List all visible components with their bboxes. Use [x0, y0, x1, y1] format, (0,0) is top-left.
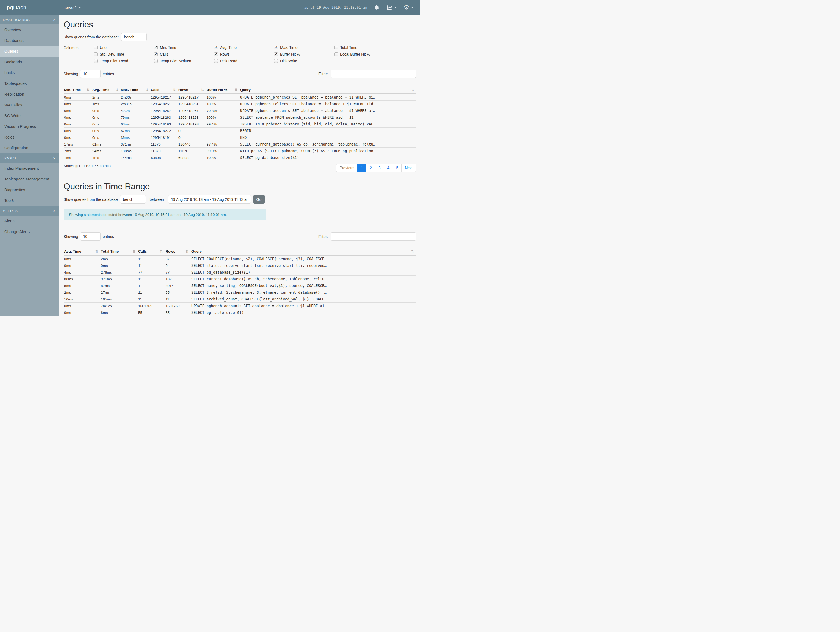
- checkbox-max-time[interactable]: Max. Time: [274, 45, 334, 50]
- notifications-button[interactable]: [374, 5, 380, 10]
- sort-icon[interactable]: ⇅: [234, 88, 237, 92]
- column-header-query[interactable]: Query⇅: [240, 86, 416, 94]
- column-header-calls[interactable]: Calls⇅: [137, 248, 165, 256]
- query-cell[interactable]: SELECT COALESCE(datname, $2), COALESCE(u…: [191, 255, 416, 262]
- sidebar-item-bg-writer[interactable]: BG Writer: [0, 110, 59, 121]
- sidebar-item-roles[interactable]: Roles: [0, 132, 59, 143]
- column-header-avg-time[interactable]: Avg. Time⇅: [92, 86, 120, 94]
- query-cell[interactable]: UPDATE pgbench_accounts SET abalance = a…: [191, 303, 416, 309]
- sidebar-item-index-management[interactable]: Index Management: [0, 163, 59, 174]
- query-cell[interactable]: SELECT pg_table_size($1): [191, 309, 416, 316]
- column-header-buffer-hit[interactable]: Buffer Hit %⇅: [206, 86, 240, 94]
- sidebar-section-dashboards[interactable]: DASHBOARDS›: [0, 15, 59, 24]
- column-header-max-time[interactable]: Max. Time⇅: [120, 86, 150, 94]
- sidebar-item-diagnostics[interactable]: Diagnostics: [0, 184, 59, 195]
- database-input-2[interactable]: [120, 195, 146, 203]
- next-page-button[interactable]: Next: [401, 164, 416, 172]
- checkbox-rows[interactable]: Rows: [214, 52, 274, 56]
- checkbox-box[interactable]: [94, 52, 98, 56]
- sidebar-item-locks[interactable]: Locks: [0, 67, 59, 78]
- checkbox-box[interactable]: [154, 52, 158, 56]
- column-header-query[interactable]: Query⇅: [191, 248, 416, 256]
- query-cell[interactable]: END: [240, 134, 416, 141]
- sidebar-item-top-k[interactable]: Top k: [0, 195, 59, 206]
- query-cell[interactable]: SELECT archived_count, COALESCE(last_arc…: [191, 296, 416, 303]
- checkbox-box[interactable]: [334, 52, 338, 56]
- column-header-total-time[interactable]: Total Time⇅: [100, 248, 137, 256]
- checkbox-box[interactable]: [274, 46, 278, 49]
- query-cell[interactable]: SELECT abalance FROM pgbench_accounts WH…: [240, 114, 416, 121]
- previous-page-button[interactable]: Previous: [336, 164, 358, 172]
- checkbox-box[interactable]: [94, 59, 98, 63]
- sidebar-item-change-alerts[interactable]: Change Alerts: [0, 227, 59, 237]
- sort-icon[interactable]: ⇅: [160, 249, 163, 253]
- checkbox-temp-blks-written[interactable]: Temp Blks. Written: [154, 59, 214, 63]
- query-cell[interactable]: INSERT INTO pgbench_history (tid, bid, a…: [240, 121, 416, 128]
- query-cell[interactable]: SELECT S.relid, S.schemaname, S.relname,…: [191, 289, 416, 296]
- settings-menu[interactable]: ⚙: [404, 4, 413, 11]
- checkbox-avg-time[interactable]: Avg. Time: [214, 45, 274, 50]
- column-header-rows[interactable]: Rows⇅: [165, 248, 191, 256]
- app-logo[interactable]: pgDash: [0, 4, 59, 11]
- sort-icon[interactable]: ⇅: [186, 249, 189, 253]
- page-button-4[interactable]: 4: [384, 164, 393, 172]
- checkbox-disk-write[interactable]: Disk Write: [274, 59, 334, 63]
- query-cell[interactable]: UPDATE pgbench_branches SET bbalance = b…: [240, 94, 416, 101]
- checkbox-box[interactable]: [214, 46, 218, 49]
- sort-icon[interactable]: ⇅: [115, 88, 118, 92]
- checkbox-box[interactable]: [154, 46, 158, 49]
- checkbox-box[interactable]: [274, 59, 278, 63]
- charts-menu[interactable]: [387, 5, 396, 11]
- sort-icon[interactable]: ⇅: [87, 88, 90, 92]
- sidebar-item-tablespaces[interactable]: Tablespaces: [0, 78, 59, 89]
- checkbox-std-dev-time[interactable]: Std. Dev. Time: [94, 52, 154, 56]
- entries-count-input[interactable]: [80, 70, 101, 78]
- checkbox-min-time[interactable]: Min. Time: [154, 45, 214, 50]
- checkbox-calls[interactable]: Calls: [154, 52, 214, 56]
- query-cell[interactable]: UPDATE pgbench_accounts SET abalance = a…: [240, 108, 416, 114]
- checkbox-user[interactable]: User: [94, 45, 154, 50]
- checkbox-box[interactable]: [94, 46, 98, 49]
- checkbox-local-buffer-hit[interactable]: Local Buffer Hit %: [334, 52, 395, 56]
- page-button-3[interactable]: 3: [375, 164, 384, 172]
- checkbox-box[interactable]: [274, 52, 278, 56]
- checkbox-buffer-hit[interactable]: Buffer Hit %: [274, 52, 334, 56]
- time-range-input[interactable]: [168, 195, 251, 203]
- entries-count-input-2[interactable]: [80, 232, 101, 241]
- checkbox-box[interactable]: [154, 59, 158, 63]
- sidebar-item-tablespace-management[interactable]: Tablespace Management: [0, 174, 59, 184]
- query-cell[interactable]: SELECT pg_database_size($1): [240, 154, 416, 161]
- checkbox-total-time[interactable]: Total Time: [334, 45, 395, 50]
- query-cell[interactable]: UPDATE pgbench_tellers SET tbalance = tb…: [240, 101, 416, 108]
- column-header-min-time[interactable]: Min. Time⇅: [63, 86, 92, 94]
- column-header-calls[interactable]: Calls⇅: [150, 86, 178, 94]
- sidebar-item-wal-files[interactable]: WAL Files: [0, 100, 59, 110]
- filter-input[interactable]: [330, 70, 416, 78]
- sidebar-section-tools[interactable]: TOOLS›: [0, 153, 59, 163]
- sidebar-item-alerts[interactable]: Alerts: [0, 215, 59, 227]
- sidebar-section-alerts[interactable]: ALERTS›: [0, 206, 59, 215]
- sidebar-item-queries[interactable]: Queries: [0, 46, 59, 57]
- sort-icon[interactable]: ⇅: [173, 88, 176, 92]
- filter-input-2[interactable]: [330, 232, 416, 241]
- sort-icon[interactable]: ⇅: [95, 249, 98, 253]
- checkbox-temp-blks-read[interactable]: Temp Blks. Read: [94, 59, 154, 63]
- checkbox-box[interactable]: [214, 52, 218, 56]
- sidebar-item-configuration[interactable]: Configuration: [0, 143, 59, 153]
- sidebar-item-vacuum-progress[interactable]: Vacuum Progress: [0, 121, 59, 132]
- page-button-1[interactable]: 1: [357, 164, 366, 172]
- query-cell[interactable]: WITH pc AS (SELECT pubname, COUNT(*) AS …: [240, 148, 416, 154]
- sort-icon[interactable]: ⇅: [201, 88, 204, 92]
- page-button-5[interactable]: 5: [393, 164, 402, 172]
- go-button[interactable]: Go: [253, 195, 265, 203]
- sort-icon[interactable]: ⇅: [133, 249, 136, 253]
- query-cell[interactable]: SELECT name, setting, COALESCE(boot_val,…: [191, 282, 416, 289]
- sort-icon[interactable]: ⇅: [145, 88, 148, 92]
- checkbox-box[interactable]: [214, 59, 218, 63]
- database-input[interactable]: [121, 33, 147, 41]
- checkbox-disk-read[interactable]: Disk Read: [214, 59, 274, 63]
- query-cell[interactable]: SELECT current_database() AS db, scheman…: [191, 276, 416, 282]
- sort-icon[interactable]: ⇅: [411, 88, 414, 92]
- sidebar-item-backends[interactable]: Backends: [0, 57, 59, 67]
- query-cell[interactable]: SELECT status, receive_start_lsn, receiv…: [191, 262, 416, 269]
